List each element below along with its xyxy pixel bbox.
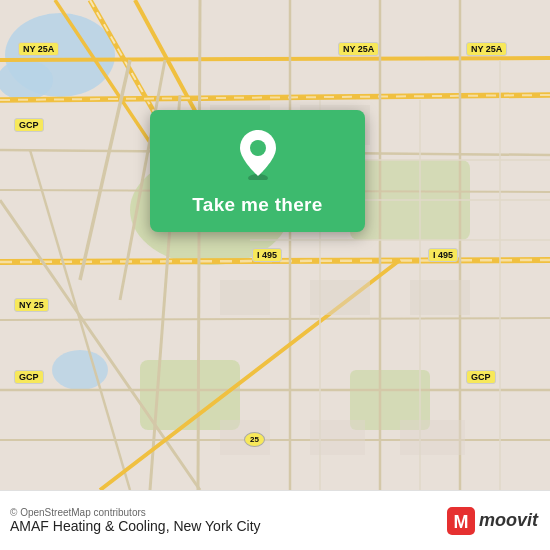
road-label-gcp-left: GCP: [14, 118, 44, 132]
road-label-gcp-right: GCP: [466, 370, 496, 384]
svg-line-14: [0, 58, 550, 60]
map-attribution: © OpenStreetMap contributors: [10, 507, 261, 518]
svg-rect-45: [400, 420, 465, 455]
bottom-info: © OpenStreetMap contributors AMAF Heatin…: [10, 507, 261, 534]
svg-text:M: M: [453, 512, 468, 532]
svg-rect-40: [220, 280, 270, 315]
road-label-ny25a-tr2: NY 25A: [466, 42, 507, 56]
map-area: NY 25A NY 25A NY 25A GCP GCP GCP I 495 I…: [0, 0, 550, 490]
take-me-there-button[interactable]: Take me there: [192, 194, 322, 216]
road-label-i495-right: I 495: [428, 248, 458, 262]
road-label-i495-center: I 495: [252, 248, 282, 262]
moovit-brand-text: moovit: [479, 510, 538, 531]
svg-rect-42: [410, 280, 470, 315]
road-label-ny25a-tl: NY 25A: [18, 42, 59, 56]
location-pin-icon: [236, 128, 280, 184]
svg-point-47: [250, 140, 266, 156]
road-label-ny25: 25: [244, 432, 265, 447]
road-label-gcp-bottom: GCP: [14, 370, 44, 384]
road-label-ny25a-tr1: NY 25A: [338, 42, 379, 56]
svg-rect-44: [310, 420, 365, 455]
road-label-ny25-left: NY 25: [14, 298, 49, 312]
location-name: AMAF Heating & Cooling, New York City: [10, 518, 261, 534]
svg-rect-41: [310, 280, 370, 315]
moovit-logo: M moovit: [447, 507, 538, 535]
location-card[interactable]: Take me there: [150, 110, 365, 232]
bottom-bar: © OpenStreetMap contributors AMAF Heatin…: [0, 490, 550, 550]
